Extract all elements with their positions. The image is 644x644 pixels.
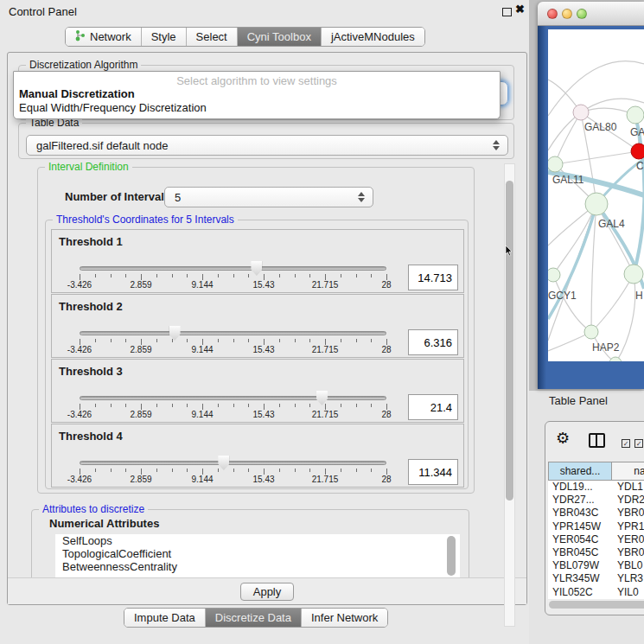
table-row[interactable]: YPR145WYPR1: [548, 520, 644, 533]
table-row[interactable]: YLR345WYLR3: [548, 572, 644, 585]
list-scrollbar[interactable]: [447, 536, 456, 576]
numerical-attributes-list[interactable]: SelfLoopsTopologicalCoefficientBetweenne…: [55, 534, 460, 578]
cell-name[interactable]: YLR3: [612, 572, 644, 585]
close-icon[interactable]: ✖: [515, 3, 525, 16]
threshold-2-panel: Threshold 2 -3.4262.8599.14415.4321.7152…: [51, 294, 464, 358]
attribute-list-item[interactable]: TopologicalCoefficient: [55, 547, 460, 560]
dropdown-option-equal-width[interactable]: Equal Width/Frequency Discretization: [14, 101, 500, 115]
tick-mark: [356, 404, 357, 407]
table-row[interactable]: YDL19...YDL1: [548, 481, 644, 494]
tab-select[interactable]: Select: [186, 28, 237, 46]
tick-label: 2.859: [130, 410, 151, 419]
table-row[interactable]: YBR045CYBR0: [548, 546, 644, 559]
tick-mark: [125, 274, 126, 277]
column-header-shared-name[interactable]: shared...: [549, 462, 612, 480]
tab-infer-network[interactable]: Infer Network: [301, 609, 387, 627]
table-row[interactable]: YER054CYER0: [548, 533, 644, 546]
cell-shared-name[interactable]: YLR345W: [548, 572, 612, 585]
float-window-icon[interactable]: [502, 8, 512, 16]
cell-name[interactable]: YBR0: [612, 546, 644, 559]
tick-mark: [202, 404, 203, 410]
slider-track[interactable]: [80, 461, 386, 465]
cell-name[interactable]: YPR1: [612, 520, 644, 533]
network-node[interactable]: [585, 193, 608, 215]
checkbox-icon[interactable]: ✓: [622, 439, 630, 448]
network-node[interactable]: [627, 106, 644, 124]
threshold-value-field[interactable]: [408, 265, 458, 290]
cell-name[interactable]: YDL1: [612, 481, 644, 494]
tick-label: 21.715: [312, 345, 339, 354]
tab-discretize-data[interactable]: Discretize Data: [205, 609, 301, 627]
tick-mark: [218, 404, 219, 407]
tab-impute-data[interactable]: Impute Data: [124, 609, 205, 627]
column-header-name[interactable]: na: [612, 462, 644, 480]
cell-shared-name[interactable]: YBR043C: [548, 507, 612, 520]
cell-name[interactable]: YBR0: [612, 507, 644, 520]
dropdown-option-manual[interactable]: Manual Discretization: [14, 87, 500, 101]
threshold-3-panel: Threshold 3 -3.4262.8599.14415.4321.7152…: [51, 359, 464, 423]
tick-label: 28: [381, 280, 391, 290]
tick-mark: [80, 274, 80, 280]
tab-network[interactable]: Network: [66, 28, 141, 46]
network-canvas[interactable]: GAL80GACGAL11GAL4GCY1HHAP2: [548, 29, 644, 361]
network-window-titlebar[interactable]: [538, 2, 644, 26]
table-data-combobox[interactable]: galFiltered.sif default node: [26, 135, 508, 156]
cell-shared-name[interactable]: YDR27...: [548, 494, 612, 507]
network-node[interactable]: [548, 156, 563, 172]
table-row[interactable]: YBL079WYBL0: [548, 559, 644, 572]
apply-button[interactable]: Apply: [240, 583, 294, 601]
vertical-scrollbar[interactable]: [504, 163, 515, 627]
tick-mark: [248, 469, 249, 472]
cell-shared-name[interactable]: YER054C: [548, 533, 612, 546]
tick-mark: [341, 404, 341, 407]
cell-shared-name[interactable]: YPR145W: [548, 520, 612, 533]
vertical-scrollbar-thumb[interactable]: [506, 181, 513, 501]
attribute-list-item[interactable]: BetweennessCentrality: [55, 560, 460, 573]
table-row[interactable]: YBR043CYBR0: [548, 507, 644, 520]
cell-name[interactable]: YDR2: [612, 494, 644, 507]
tab-jactivemnodules[interactable]: jActiveMNodules: [321, 28, 424, 46]
network-node-label: HAP2: [592, 341, 620, 354]
network-node[interactable]: [631, 143, 644, 159]
cell-name[interactable]: YBL0: [612, 559, 644, 572]
tick-mark: [325, 469, 326, 475]
threshold-value-field[interactable]: [408, 394, 458, 420]
node-attribute-table: shared... na YDL19...YDL1YDR27...YDR2YBR…: [548, 462, 644, 600]
network-node[interactable]: [584, 325, 598, 339]
mouse-cursor: [505, 245, 513, 260]
threshold-1-panel: Threshold 1 -3.4262.8599.14415.4321.7152…: [51, 229, 464, 293]
tab-cyni-toolbox[interactable]: Cyni Toolbox: [237, 28, 321, 46]
horizontal-scrollbar-thumb[interactable]: [549, 601, 644, 609]
cell-shared-name[interactable]: YBR045C: [548, 546, 612, 559]
attribute-list-item[interactable]: SelfLoops: [55, 534, 460, 547]
cell-name[interactable]: YER0: [612, 533, 644, 546]
cell-shared-name[interactable]: YIL052C: [548, 586, 612, 599]
threshold-value-field[interactable]: [408, 459, 458, 485]
horizontal-scrollbar[interactable]: [548, 600, 644, 609]
tick-mark: [187, 339, 188, 342]
tick-mark: [218, 469, 219, 472]
slider-track[interactable]: [80, 396, 386, 400]
network-node[interactable]: [573, 105, 589, 120]
network-node[interactable]: [609, 357, 622, 361]
cell-name[interactable]: YIL0: [612, 586, 644, 599]
tab-style[interactable]: Style: [141, 28, 186, 46]
column-layout-icon[interactable]: [589, 433, 605, 448]
table-row[interactable]: YIL052CYIL0: [548, 586, 644, 599]
gear-icon[interactable]: ⚙: [556, 429, 570, 448]
cell-shared-name[interactable]: YDL19...: [548, 481, 612, 494]
network-node[interactable]: [548, 268, 560, 282]
threshold-value-field[interactable]: [408, 329, 458, 355]
slider-track[interactable]: [80, 266, 386, 271]
tick-mark: [325, 339, 326, 345]
minimize-traffic-light-icon[interactable]: [562, 9, 572, 19]
table-row[interactable]: YDR27...YDR2: [548, 494, 644, 507]
cell-shared-name[interactable]: YBL079W: [548, 559, 612, 572]
number-of-intervals-combobox[interactable]: 5: [164, 187, 373, 207]
checkbox-icon[interactable]: ✓: [634, 439, 643, 448]
zoom-traffic-light-icon[interactable]: [577, 9, 587, 19]
tick-label: 21.715: [312, 475, 339, 484]
network-node[interactable]: [624, 265, 643, 284]
slider-track[interactable]: [80, 331, 386, 335]
close-traffic-light-icon[interactable]: [547, 9, 558, 19]
